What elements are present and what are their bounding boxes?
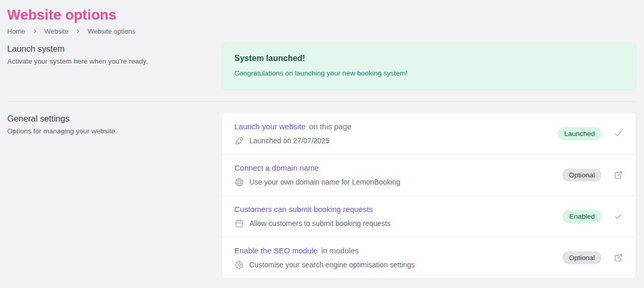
launch-system-heading: Launch system [7,44,206,54]
row-content: Enable the SEO module in modules Customi… [234,246,562,270]
row-status: Enabled [562,210,623,223]
chevron-right-icon [75,28,81,34]
row-suffix: on this page [309,122,352,131]
setting-row-launch-website: Launch your website on this page Launche… [222,113,636,154]
breadcrumb-home[interactable]: Home [7,27,25,35]
alert-title: System launched! [234,53,623,63]
row-subtitle: Allow customers to submit booking reques… [249,219,391,229]
globe-icon [234,177,244,187]
setting-row-domain-name: Connect a domain name Use your own domai… [222,154,636,195]
rocket-icon [234,136,244,146]
alert-message: Congratulations on launching your new bo… [234,69,623,78]
settings-card: Launch your website on this page Launche… [221,112,636,279]
launch-system-section: Launch system Activate your system here … [7,42,636,90]
setting-row-seo-module: Enable the SEO module in modules Customi… [222,237,636,278]
row-content: Connect a domain name Use your own domai… [234,163,562,187]
check-icon [613,211,623,221]
external-link-icon[interactable] [613,253,623,263]
general-settings-heading: General settings [7,114,206,124]
row-subtitle: Use your own domain name for LemonBookin… [249,177,400,187]
launch-system-description: Activate your system here when you're re… [7,57,206,65]
system-launched-alert: System launched! Congratulations on laun… [221,42,636,90]
status-badge: Launched [558,127,602,140]
general-settings-intro: General settings Options for managing yo… [7,112,221,135]
calendar-icon [234,219,244,229]
page-title: Website options [7,7,636,23]
launch-system-intro: Launch system Activate your system here … [7,42,221,65]
chevron-right-icon [32,28,38,34]
row-subtitle: Launched on 27/07/2025 [249,136,330,146]
breadcrumb: Home Website Website options [7,27,636,35]
status-badge: Optional [562,169,602,181]
status-badge: Enabled [562,210,602,223]
connect-domain-link[interactable]: Connect a domain name [234,163,319,173]
breadcrumb-current: Website options [87,27,135,35]
external-link-icon[interactable] [613,170,623,180]
section-divider [7,101,636,102]
row-suffix: in modules [321,246,359,255]
row-content: Launch your website on this page Launche… [234,122,558,146]
general-settings-section: General settings Options for managing yo… [7,112,636,279]
page: Website options Home Website Website opt… [0,0,644,288]
status-badge: Optional [562,251,602,264]
setting-row-booking-requests: Customers can submit booking requests Al… [222,195,636,237]
row-status: Optional [562,251,623,264]
row-content: Customers can submit booking requests Al… [234,204,562,229]
row-status: Launched [558,127,623,140]
check-icon [613,129,623,139]
breadcrumb-website[interactable]: Website [44,27,69,35]
row-subtitle: Customise your search engine optimisatio… [249,260,415,270]
booking-requests-link[interactable]: Customers can submit booking requests [234,204,373,214]
gear-icon [234,260,244,270]
general-settings-description: Options for managing your website. [7,127,206,135]
seo-module-link[interactable]: Enable the SEO module [234,246,318,255]
row-status: Optional [562,169,623,181]
launch-website-link[interactable]: Launch your website [234,122,306,131]
